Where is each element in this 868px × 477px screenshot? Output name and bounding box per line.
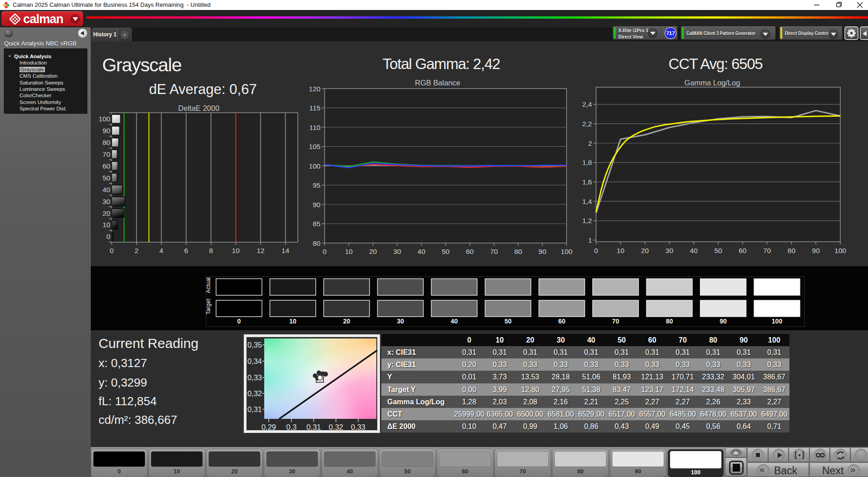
svg-text:110: 110 [309,124,321,131]
svg-text:1,4: 1,4 [582,198,592,205]
svg-text:80: 80 [103,139,111,146]
svg-text:4: 4 [159,247,163,254]
svg-text:90: 90 [812,247,820,254]
svg-text:2,4: 2,4 [582,100,592,108]
svg-text:40: 40 [418,248,426,255]
svg-text:2: 2 [588,139,592,147]
svg-text:2,2: 2,2 [582,120,592,128]
svg-text:60: 60 [466,248,474,255]
svg-text:0: 0 [110,247,114,254]
svg-text:6: 6 [184,247,188,254]
svg-text:20: 20 [103,209,111,217]
svg-text:40: 40 [451,318,458,325]
svg-text:1,2: 1,2 [582,217,592,224]
svg-text:50: 50 [714,247,722,254]
svg-text:30: 30 [103,198,111,205]
svg-text:0: 0 [237,318,241,325]
svg-text:100: 100 [561,248,572,255]
svg-text:10: 10 [345,248,353,255]
svg-text:70: 70 [490,248,498,255]
svg-text:Target: Target [205,298,212,314]
svg-text:1,8: 1,8 [582,159,592,166]
svg-text:40: 40 [690,247,698,254]
svg-text:70: 70 [612,318,619,325]
svg-text:10: 10 [103,221,111,229]
svg-text:30: 30 [666,247,674,254]
svg-text:0,3: 0,3 [286,423,297,431]
svg-text:10: 10 [616,247,625,254]
svg-text:50: 50 [504,318,512,325]
svg-text:100: 100 [834,247,846,254]
svg-text:10: 10 [289,318,296,325]
svg-text:120: 120 [309,85,321,93]
svg-text:0,32: 0,32 [329,423,343,431]
svg-text:2: 2 [134,247,138,254]
svg-text:80: 80 [313,239,321,247]
svg-text:20: 20 [343,318,350,325]
svg-text:20: 20 [369,248,377,255]
svg-text:0,33: 0,33 [247,373,262,382]
svg-text:20: 20 [641,247,649,254]
svg-text:0,31: 0,31 [306,423,321,431]
svg-text:0,31: 0,31 [247,405,262,413]
svg-text:80: 80 [514,248,523,255]
svg-text:90: 90 [538,248,547,255]
svg-text:1: 1 [588,236,592,244]
svg-text:30: 30 [393,248,401,255]
svg-text:60: 60 [558,318,566,325]
svg-text:10: 10 [232,247,240,254]
svg-text:80: 80 [788,247,796,254]
svg-text:95: 95 [313,181,321,189]
svg-text:30: 30 [397,318,404,325]
svg-text:70: 70 [103,150,111,158]
svg-text:115: 115 [309,104,321,112]
svg-text:Actual: Actual [205,278,212,293]
svg-text:100: 100 [772,318,783,325]
svg-text:0: 0 [594,247,598,254]
svg-text:90: 90 [720,318,727,325]
svg-text:85: 85 [313,220,321,228]
svg-text:50: 50 [442,248,450,255]
svg-text:60: 60 [103,162,111,170]
svg-text:0: 0 [106,233,110,240]
svg-text:105: 105 [309,143,321,150]
svg-text:1,6: 1,6 [582,178,592,186]
svg-text:100: 100 [99,115,110,123]
svg-text:8: 8 [209,247,213,254]
svg-text:14: 14 [281,247,290,254]
svg-text:0: 0 [323,248,327,255]
svg-text:0,35: 0,35 [247,341,262,349]
svg-text:0,33: 0,33 [351,423,365,431]
svg-text:90: 90 [313,201,321,209]
svg-text:90: 90 [103,127,111,134]
svg-text:40: 40 [103,186,111,194]
svg-text:70: 70 [763,247,771,254]
svg-text:0,34: 0,34 [247,357,262,365]
svg-text:100: 100 [309,162,321,170]
svg-text:12: 12 [256,247,264,254]
svg-text:80: 80 [666,318,673,325]
svg-text:60: 60 [739,247,747,254]
svg-text:0,32: 0,32 [247,389,262,398]
svg-text:0,29: 0,29 [261,423,276,431]
svg-text:50: 50 [103,174,111,182]
